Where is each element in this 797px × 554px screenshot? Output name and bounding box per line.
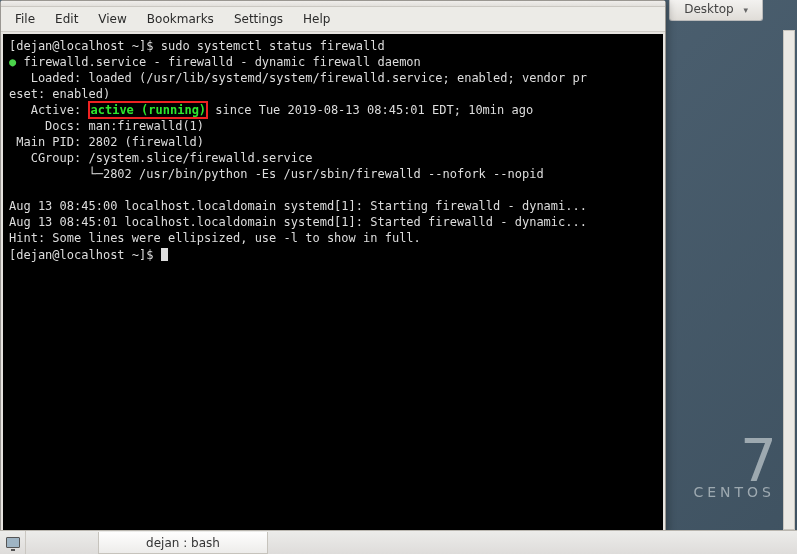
- prompt-1: [dejan@localhost ~]$: [9, 39, 161, 53]
- loaded-line: Loaded: loaded (/usr/lib/systemd/system/…: [9, 71, 587, 85]
- desktop-brand: 7 CENTOS: [693, 432, 775, 500]
- command-1: sudo systemctl status firewalld: [161, 39, 385, 53]
- menu-edit[interactable]: Edit: [45, 9, 88, 29]
- menu-file[interactable]: File: [5, 9, 45, 29]
- log-line-1: Aug 13 08:45:00 localhost.localdomain sy…: [9, 199, 587, 213]
- prompt-line-2: [dejan@localhost ~]$: [9, 248, 168, 262]
- hint-line: Hint: Some lines were ellipsized, use -l…: [9, 231, 421, 245]
- active-status-highlight: active (running): [88, 101, 208, 119]
- menu-view[interactable]: View: [88, 9, 136, 29]
- active-label: Active:: [9, 103, 88, 117]
- brand-number: 7: [693, 432, 775, 490]
- terminal-scrollbar[interactable]: [783, 30, 795, 530]
- terminal-content[interactable]: [dejan@localhost ~]$ sudo systemctl stat…: [3, 34, 663, 532]
- menu-help[interactable]: Help: [293, 9, 340, 29]
- service-name-line: firewalld.service - firewalld - dynamic …: [16, 55, 421, 69]
- menu-settings[interactable]: Settings: [224, 9, 293, 29]
- terminal-window: File Edit View Bookmarks Settings Help […: [0, 0, 666, 535]
- taskbar-spacer: [26, 531, 98, 554]
- cgroup-child-line: └─2802 /usr/bin/python -Es /usr/sbin/fir…: [9, 167, 544, 181]
- active-since: since Tue 2019-08-13 08:45:01 EDT; 10min…: [208, 103, 533, 117]
- mainpid-line: Main PID: 2802 (firewalld): [9, 135, 204, 149]
- prompt-line-1: [dejan@localhost ~]$ sudo systemctl stat…: [9, 39, 385, 53]
- desktop-switcher-label: Desktop: [684, 2, 734, 16]
- menu-bar: File Edit View Bookmarks Settings Help: [1, 7, 665, 32]
- cgroup-line: CGroup: /system.slice/firewalld.service: [9, 151, 312, 165]
- brand-name: CENTOS: [693, 484, 775, 500]
- desktop-switcher-button[interactable]: Desktop: [669, 0, 763, 21]
- loaded-line-2: eset: enabled): [9, 87, 110, 101]
- docs-line: Docs: man:firewalld(1): [9, 119, 204, 133]
- taskbar: dejan : bash: [0, 530, 797, 554]
- active-line: Active: active (running) since Tue 2019-…: [9, 101, 533, 119]
- taskbar-launcher-button[interactable]: [0, 531, 26, 554]
- menu-bookmarks[interactable]: Bookmarks: [137, 9, 224, 29]
- prompt-2: [dejan@localhost ~]$: [9, 248, 161, 262]
- taskbar-task-button[interactable]: dejan : bash: [98, 532, 268, 554]
- taskbar-task-label: dejan : bash: [146, 536, 220, 550]
- cursor-icon: [161, 248, 168, 261]
- monitor-icon: [6, 537, 20, 548]
- log-line-2: Aug 13 08:45:01 localhost.localdomain sy…: [9, 215, 587, 229]
